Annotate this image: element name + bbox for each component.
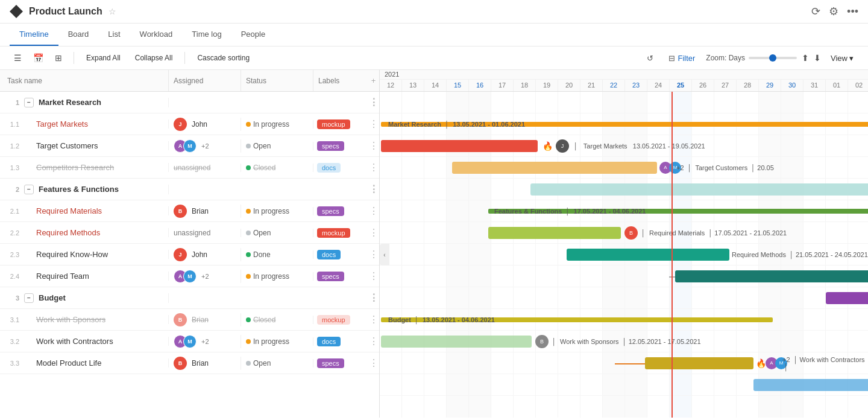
cell-status: Open [241, 359, 313, 368]
filter-button[interactable]: ⊟ Filter [662, 51, 701, 65]
cell-task: 1.1 Target Markets [0, 119, 169, 129]
row-menu-button[interactable]: ⋮ [368, 292, 379, 304]
tab-timelog[interactable]: Time log [182, 24, 231, 46]
status-text: In progress [253, 337, 289, 346]
gantt-row [380, 374, 868, 396]
gantt-bar[interactable] [753, 379, 868, 391]
task-name: Target Customers [36, 141, 98, 150]
label-badge[interactable]: docs [317, 163, 341, 173]
tab-workload[interactable]: Workload [130, 24, 183, 46]
gantt-bar[interactable] [452, 162, 657, 174]
cell-task: 2 − Features & Functions [0, 185, 169, 194]
gantt-row: Market Research │ 13.05.2021 - 01.06.202… [380, 113, 868, 135]
gantt-row: Features & Functions │ 17.05.2021 - 04.0… [380, 200, 868, 222]
cell-assigned: J John [169, 118, 241, 131]
gantt-bar[interactable] [645, 357, 753, 369]
gantt-row: 🔥 J │ Target Markets 13.05.2021 - 19.05.… [380, 135, 868, 157]
row-number: 1.2 [5, 142, 19, 150]
cell-assigned: B Brian [169, 313, 241, 326]
gantt-day: 01 [826, 80, 848, 91]
label-badge[interactable]: mockup [317, 228, 350, 238]
label-badge[interactable]: docs [317, 337, 341, 346]
row-menu-button[interactable]: ⋮ [368, 162, 379, 173]
app-logo-icon [10, 5, 23, 18]
gantt-day: 16 [469, 80, 491, 91]
hierarchy-icon[interactable]: ⊞ [51, 50, 66, 66]
label-badge[interactable]: mockup [317, 119, 350, 129]
cell-task: 3.3 Model Product Life [0, 358, 169, 368]
row-menu-button[interactable]: ⋮ [368, 227, 379, 238]
label-badge[interactable]: specs [317, 272, 344, 281]
gantt-bar[interactable] [675, 270, 868, 282]
history-icon[interactable]: ⟳ [811, 5, 820, 18]
gantt-bar[interactable] [567, 249, 729, 261]
list-view-icon[interactable]: ☰ [10, 50, 25, 66]
label-badge[interactable]: specs [317, 206, 344, 216]
status-text: Open [253, 142, 271, 150]
gantt-bar-label: │ Target Markets 13.05.2021 - 19.05.2021 [574, 142, 705, 150]
zoom-label: Zoom: Days [706, 54, 745, 62]
collapse-all-button[interactable]: Collapse All [130, 51, 178, 65]
task-name: Model Product Life [36, 358, 101, 368]
status-text: Closed [253, 316, 275, 324]
gantt-bar[interactable] [530, 183, 868, 196]
tab-list[interactable]: List [98, 24, 130, 46]
task-name[interactable]: Required Methods [36, 228, 100, 237]
gantt-day: 14 [424, 80, 447, 91]
task-name[interactable]: Required Materials [36, 206, 102, 215]
zoom-section: Zoom: Days [706, 54, 797, 62]
expand-all-button[interactable]: Expand All [81, 51, 125, 65]
gantt-bar[interactable] [488, 227, 621, 239]
settings-icon[interactable]: ⚙ [829, 5, 838, 18]
assignee-name: Brian [192, 207, 209, 215]
label-badge[interactable]: specs [317, 141, 344, 151]
gantt-bar[interactable] [381, 140, 538, 152]
tab-people[interactable]: People [231, 24, 275, 46]
status-dot [246, 339, 251, 344]
download-icon[interactable]: ⬇ [814, 53, 821, 63]
group-toggle[interactable]: − [24, 185, 34, 194]
calendar-icon[interactable]: 📅 [30, 50, 46, 66]
row-menu-button[interactable]: ⋮ [368, 97, 379, 108]
col-status-label: Status [246, 77, 266, 85]
cell-assigned: A M +2 [169, 139, 241, 153]
toolbar-separator-2 [184, 52, 185, 64]
gantt-collapse-button[interactable]: ‹ [380, 244, 389, 266]
toolbar-right-icons: ⬆ ⬇ [802, 53, 821, 63]
label-badge[interactable]: docs [317, 250, 341, 259]
tab-timeline[interactable]: Timeline [10, 24, 58, 46]
export-icon[interactable]: ⬆ [802, 53, 809, 63]
row-menu-button[interactable]: ⋮ [368, 205, 379, 217]
label-badge[interactable]: specs [317, 358, 344, 368]
table-row: 2.4 Required Team A M +2 In progress spe… [0, 266, 379, 287]
row-menu-button[interactable]: ⋮ [368, 140, 379, 151]
more-icon[interactable]: ••• [847, 5, 858, 18]
add-col-button[interactable]: + [368, 70, 379, 91]
gantt-day: 17 [491, 80, 514, 91]
gantt-bar[interactable] [381, 336, 532, 348]
task-name[interactable]: Target Markets [36, 119, 88, 129]
row-menu-button[interactable]: ⋮ [368, 314, 379, 325]
row-menu-button[interactable]: ⋮ [368, 270, 379, 282]
zoom-slider[interactable] [749, 57, 797, 59]
status-text: Done [253, 250, 271, 259]
group-toggle[interactable]: − [24, 98, 34, 107]
cascade-sorting-button[interactable]: Cascade sorting [192, 51, 254, 65]
assignee-name: Brian [192, 316, 209, 324]
refresh-icon[interactable]: ↺ [642, 50, 658, 66]
star-icon[interactable]: ☆ [108, 7, 116, 16]
group-toggle[interactable]: − [24, 293, 34, 303]
row-menu-button[interactable]: ⋮ [368, 118, 379, 130]
tab-board[interactable]: Board [58, 24, 99, 46]
row-menu-button[interactable]: ⋮ [368, 357, 379, 369]
row-menu-button[interactable]: ⋮ [368, 183, 379, 195]
gantt-panel: 2021 12 13 14 15 16 17 18 19 20 21 22 23… [380, 70, 868, 418]
label-badge[interactable]: mockup [317, 315, 350, 325]
cell-task: 3 − Budget [0, 293, 169, 303]
assignee-plus-count: +2 [201, 142, 209, 150]
gantt-bar[interactable] [826, 292, 868, 304]
row-menu-button[interactable]: ⋮ [368, 336, 379, 347]
row-menu-button[interactable]: ⋮ [368, 249, 379, 260]
cell-labels: docs [313, 250, 368, 259]
view-button[interactable]: View ▾ [826, 51, 858, 65]
